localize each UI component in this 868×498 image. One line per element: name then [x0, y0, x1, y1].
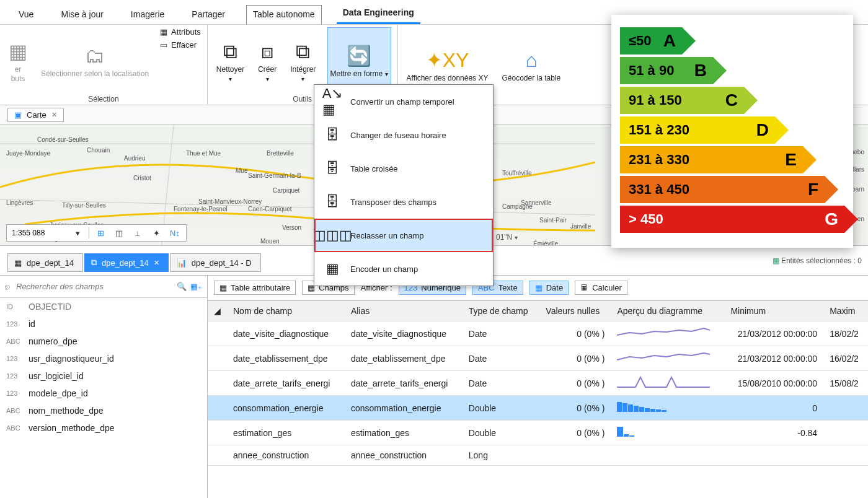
- select-tool-icon[interactable]: ◫: [112, 226, 126, 240]
- map-scale-input[interactable]: [11, 227, 66, 238]
- grid-icon[interactable]: ⊞: [93, 226, 108, 240]
- field-row-id[interactable]: 123id: [0, 315, 207, 333]
- svg-rect-0: [617, 402, 622, 412]
- menu-table-croisee[interactable]: 🗄Table croisée: [314, 152, 493, 185]
- measure-icon[interactable]: ⟂: [130, 226, 145, 240]
- field-row-diagnostiqueur[interactable]: 123usr_diagnostiqueur_id: [0, 350, 207, 367]
- table-attributaire-button[interactable]: ▦Table attributaire: [214, 281, 296, 295]
- grid-row[interactable]: consommation_energieconsommation_energie…: [208, 396, 868, 421]
- id-type-icon: ID: [6, 303, 24, 310]
- clean-icon: ⧉: [223, 39, 237, 64]
- calculator-icon: 🖩: [580, 283, 588, 292]
- svg-rect-11: [629, 435, 634, 437]
- tab-imagerie[interactable]: Imagerie: [125, 6, 170, 24]
- grid-header-nulles[interactable]: Valeurs nulles: [539, 301, 611, 321]
- filter-date[interactable]: ▦Date: [529, 281, 569, 295]
- field-row-objectid[interactable]: IDOBJECTID: [0, 298, 207, 315]
- map-place: Touffréville: [502, 170, 532, 177]
- map-coord-label: 01"N ▾: [496, 233, 518, 242]
- map-scale-toolbar: ▾ ⊞ ◫ ⟂ ✦ N↕: [6, 224, 187, 242]
- menu-transposer-champs[interactable]: 🗄Transposer des champs: [314, 185, 493, 219]
- map-place: Verson: [282, 224, 301, 231]
- field-row-nom-methode[interactable]: ABCnom_methode_dpe: [0, 402, 207, 419]
- bottom-tab-dpe-2[interactable]: ⧉dpe_dept_14✕: [84, 253, 169, 272]
- field-statistics-grid[interactable]: ◢ Nom de champ Alias Type de champ Valeu…: [208, 300, 868, 466]
- grid-row[interactable]: date_visite_diagnostiquedate_visite_diag…: [208, 321, 868, 346]
- tab-table-autonome[interactable]: Table autonome: [246, 5, 322, 24]
- chevron-down-icon[interactable]: ▾: [70, 226, 85, 240]
- grid-row[interactable]: date_arrete_tarifs_energidate_arrete_tar…: [208, 371, 868, 396]
- close-icon[interactable]: ✕: [51, 111, 57, 119]
- search-icon[interactable]: 🔍: [177, 282, 187, 291]
- row-indicator-header: ◢: [208, 301, 227, 321]
- table-icon: ▦: [14, 258, 22, 268]
- integrer-button[interactable]: ⧉Intégrer▾: [288, 27, 318, 94]
- field-row-logiciel[interactable]: 123usr_logiciel_id: [0, 367, 207, 385]
- grid-header-alias[interactable]: Alias: [345, 301, 463, 321]
- north-icon[interactable]: N↕: [167, 226, 182, 240]
- filter-icon[interactable]: ⟄: [5, 282, 10, 291]
- field-row-numero-dpe[interactable]: ABCnumero_dpe: [0, 333, 207, 350]
- grid-row[interactable]: date_etablissement_dpedate_etablissement…: [208, 346, 868, 371]
- field-row-version-methode[interactable]: ABCversion_methode_dpe: [0, 419, 207, 437]
- grid-header-nom[interactable]: Nom de champ: [227, 301, 345, 321]
- field-search-input[interactable]: [14, 279, 173, 294]
- map-tab-carte[interactable]: ▣ Carte ✕: [7, 108, 64, 122]
- menu-convertir-champ-temporel[interactable]: A↘▦Convertir un champ temporel: [314, 85, 493, 118]
- geocoder-table-button[interactable]: ⌂Géocoder la table: [499, 27, 563, 102]
- map-place: Chouain: [87, 147, 110, 154]
- tab-data-engineering[interactable]: Data Engineering: [337, 4, 420, 24]
- reshape-icon: 🔄: [347, 43, 371, 68]
- attributs-button[interactable]: ▦Attributs: [160, 27, 201, 37]
- energy-row-f: 331 à 450F: [620, 176, 844, 203]
- close-icon[interactable]: ✕: [154, 259, 159, 267]
- pivot-icon: 🗄: [322, 158, 343, 179]
- grid-header-min[interactable]: Minimum: [724, 301, 823, 321]
- field-row-modele-dpe[interactable]: 123modele_dpe_id: [0, 385, 207, 402]
- calculer-button[interactable]: 🖩Calculer: [575, 281, 627, 295]
- encode-icon: ▦: [322, 258, 343, 279]
- energy-rating-card: ≤50A51 à 90B91 à 150C151 à 230D231 à 330…: [611, 15, 853, 248]
- grid-header-apercu[interactable]: Aperçu du diagramme: [611, 301, 724, 321]
- layers-select-icon: 🗂: [85, 43, 105, 68]
- field-panel: ⟄ 🔍 ▦₊ IDOBJECTID 123id ABCnumero_dpe 12…: [0, 276, 208, 498]
- bottom-tab-dpe-3[interactable]: 📊dpe_dept_14 - D: [170, 253, 261, 272]
- menu-changer-fuseau-horaire[interactable]: 🗄Changer de fuseau horaire: [314, 118, 493, 152]
- effacer-button[interactable]: ▭Effacer: [160, 40, 201, 50]
- tab-vue[interactable]: Vue: [12, 6, 40, 24]
- grid-header-max[interactable]: Maxim: [823, 301, 868, 321]
- map-place: Bretteville: [267, 150, 294, 157]
- nettoyer-button[interactable]: ⧉Nettoyer▾: [214, 27, 247, 94]
- svg-rect-9: [617, 427, 623, 437]
- mettre-en-forme-dropdown: A↘▦Convertir un champ temporel 🗄Changer …: [314, 84, 494, 286]
- reclass-icon: ◫◫◫: [322, 225, 343, 246]
- energy-row-c: 91 à 150C: [620, 87, 844, 114]
- map-place: Saint-Pair: [539, 217, 567, 224]
- bottom-tab-dpe-1[interactable]: ▦dpe_dept_14: [7, 253, 83, 272]
- mettre-en-forme-button[interactable]: 🔄Mettre en forme ▾: [327, 27, 391, 94]
- grid-row[interactable]: estimation_gesestimation_gesDouble0 (0% …: [208, 421, 868, 445]
- table-icon: ▦: [160, 27, 167, 37]
- map-place: Tilly-sur-Seulles: [62, 202, 106, 209]
- map-icon: ▣: [14, 110, 22, 120]
- bottom-tab-strip: ▦dpe_dept_14 ⧉dpe_dept_14✕ 📊dpe_dept_14 …: [7, 253, 261, 272]
- select-by-location-button[interactable]: 🗂 Sélectionner selon la localisation: [38, 27, 151, 94]
- map-place: Mouen: [260, 238, 280, 245]
- table-icon: ▦: [219, 283, 227, 292]
- status-entities-label: ▦ Entités sélectionnées : 0: [773, 256, 862, 265]
- menu-reclasser-champ[interactable]: ◫◫◫Reclasser un champ: [314, 219, 493, 252]
- menu-encoder-champ[interactable]: ▦Encoder un champ: [314, 252, 493, 286]
- map-place: Audrieu: [124, 155, 145, 162]
- energy-row-a: ≤50A: [620, 27, 844, 55]
- grid-header-type[interactable]: Type de champ: [463, 301, 540, 321]
- tab-partager[interactable]: Partager: [185, 6, 231, 24]
- select-attributes-button[interactable]: ▦ erbuts: [6, 27, 30, 94]
- tab-mise-a-jour[interactable]: Mise à jour: [55, 6, 109, 24]
- creer-button[interactable]: ⧈Créer▾: [255, 27, 279, 94]
- grid-row[interactable]: annee_constructionannee_constructionLong: [208, 445, 868, 466]
- snap-icon[interactable]: ✦: [149, 226, 164, 240]
- map-place: Fontenay-le-Pesnel: [174, 206, 228, 212]
- table-filter-icon: ▦: [9, 39, 27, 64]
- add-field-icon[interactable]: ▦₊: [190, 282, 202, 291]
- eraser-icon: ▭: [160, 40, 167, 50]
